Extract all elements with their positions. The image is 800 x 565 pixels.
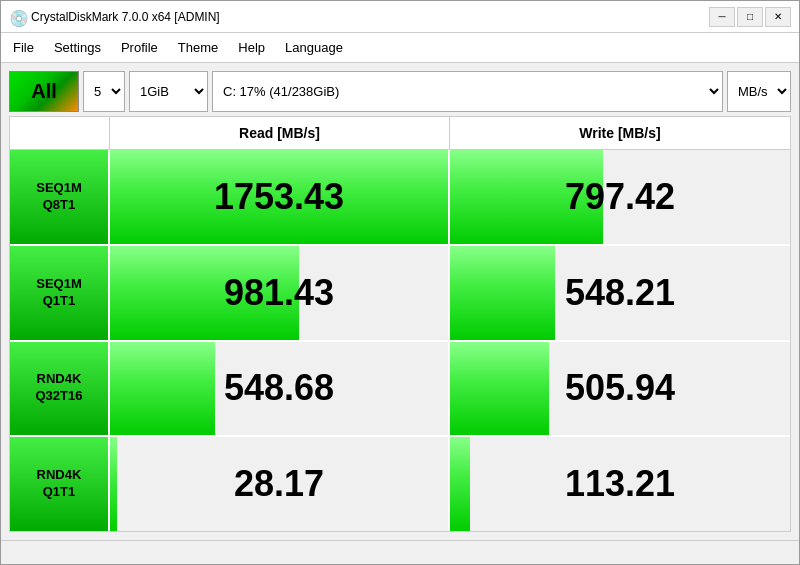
menu-item-help[interactable]: Help xyxy=(230,38,273,57)
menu-item-language[interactable]: Language xyxy=(277,38,351,57)
read-value-seq1m-q8t1: 1753.43 xyxy=(214,176,344,218)
label-cell-rnd4k-q32t16: RND4KQ32T16 xyxy=(10,342,110,436)
read-cell-seq1m-q1t1: 981.43 xyxy=(110,246,450,340)
all-button[interactable]: All xyxy=(9,71,79,112)
data-rows: SEQ1MQ8T1 1753.43 797.42 SEQ1MQ1T1 981.4… xyxy=(9,149,791,532)
menu-bar: FileSettingsProfileThemeHelpLanguage xyxy=(1,33,799,63)
header-read: Read [MB/s] xyxy=(110,117,450,149)
status-bar xyxy=(1,540,799,564)
size-select[interactable]: 1GiB 512MiB 256MiB 4GiB xyxy=(129,71,208,112)
menu-item-profile[interactable]: Profile xyxy=(113,38,166,57)
read-value-rnd4k-q1t1: 28.17 xyxy=(234,463,324,505)
write-cell-seq1m-q8t1: 797.42 xyxy=(450,150,790,244)
header-label xyxy=(10,117,110,149)
app-icon: 💿 xyxy=(9,9,25,25)
read-value-seq1m-q1t1: 981.43 xyxy=(224,272,334,314)
top-controls: All 5 1 3 9 1GiB 512MiB 256MiB 4GiB C: 1… xyxy=(9,71,791,112)
window-title: CrystalDiskMark 7.0.0 x64 [ADMIN] xyxy=(31,10,220,24)
data-row-seq1m-q8t1: SEQ1MQ8T1 1753.43 797.42 xyxy=(10,150,790,246)
runs-select[interactable]: 5 1 3 9 xyxy=(83,71,125,112)
title-bar: 💿 CrystalDiskMark 7.0.0 x64 [ADMIN] ─ □ … xyxy=(1,1,799,33)
data-row-seq1m-q1t1: SEQ1MQ1T1 981.43 548.21 xyxy=(10,246,790,342)
title-bar-left: 💿 CrystalDiskMark 7.0.0 x64 [ADMIN] xyxy=(9,9,220,25)
label-cell-seq1m-q8t1: SEQ1MQ8T1 xyxy=(10,150,110,244)
menu-item-settings[interactable]: Settings xyxy=(46,38,109,57)
read-value-rnd4k-q32t16: 548.68 xyxy=(224,367,334,409)
app-window: 💿 CrystalDiskMark 7.0.0 x64 [ADMIN] ─ □ … xyxy=(0,0,800,565)
data-row-rnd4k-q32t16: RND4KQ32T16 548.68 505.94 xyxy=(10,342,790,438)
read-cell-seq1m-q8t1: 1753.43 xyxy=(110,150,450,244)
write-value-seq1m-q1t1: 548.21 xyxy=(565,272,675,314)
read-cell-rnd4k-q32t16: 548.68 xyxy=(110,342,450,436)
menu-item-file[interactable]: File xyxy=(5,38,42,57)
header-row: Read [MB/s] Write [MB/s] xyxy=(9,116,791,149)
write-cell-rnd4k-q1t1: 113.21 xyxy=(450,437,790,531)
write-value-rnd4k-q1t1: 113.21 xyxy=(565,463,675,505)
write-cell-seq1m-q1t1: 548.21 xyxy=(450,246,790,340)
window-controls: ─ □ ✕ xyxy=(709,7,791,27)
minimize-button[interactable]: ─ xyxy=(709,7,735,27)
units-select[interactable]: MB/s GB/s xyxy=(727,71,791,112)
read-cell-rnd4k-q1t1: 28.17 xyxy=(110,437,450,531)
label-cell-rnd4k-q1t1: RND4KQ1T1 xyxy=(10,437,110,531)
main-content: All 5 1 3 9 1GiB 512MiB 256MiB 4GiB C: 1… xyxy=(1,63,799,540)
write-value-rnd4k-q32t16: 505.94 xyxy=(565,367,675,409)
write-value-seq1m-q8t1: 797.42 xyxy=(565,176,675,218)
header-write: Write [MB/s] xyxy=(450,117,790,149)
maximize-button[interactable]: □ xyxy=(737,7,763,27)
drive-select[interactable]: C: 17% (41/238GiB) xyxy=(212,71,723,112)
write-cell-rnd4k-q32t16: 505.94 xyxy=(450,342,790,436)
label-cell-seq1m-q1t1: SEQ1MQ1T1 xyxy=(10,246,110,340)
close-button[interactable]: ✕ xyxy=(765,7,791,27)
data-row-rnd4k-q1t1: RND4KQ1T1 28.17 113.21 xyxy=(10,437,790,531)
menu-item-theme[interactable]: Theme xyxy=(170,38,226,57)
